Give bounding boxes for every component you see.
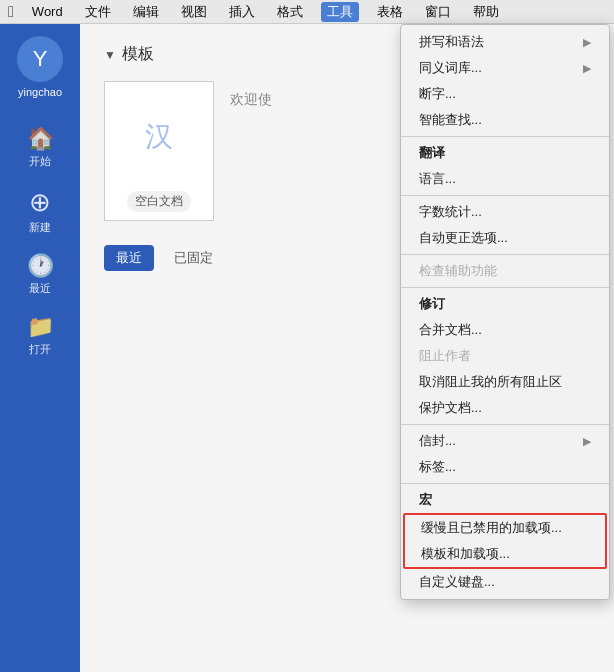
menu-slow-addins[interactable]: 缓慢且已禁用的加载项...: [405, 515, 605, 541]
sidebar-item-open[interactable]: 📁 打开: [0, 304, 80, 365]
open-icon: 📁: [27, 314, 54, 340]
menu-table[interactable]: 表格: [373, 3, 407, 21]
sidebar-username: yingchao: [18, 86, 62, 98]
menu-hyphenation[interactable]: 断字...: [401, 81, 609, 107]
menu-insert[interactable]: 插入: [225, 3, 259, 21]
menu-thesaurus[interactable]: 同义词库... ▶: [401, 55, 609, 81]
blank-template[interactable]: 汉 空白文档: [104, 81, 214, 221]
tab-pinned[interactable]: 已固定: [162, 245, 225, 271]
arrow-icon: ▶: [583, 435, 591, 448]
tab-recent[interactable]: 最近: [104, 245, 154, 271]
menu-format[interactable]: 格式: [273, 3, 307, 21]
menu-language[interactable]: 语言...: [401, 166, 609, 192]
sidebar-label-new: 新建: [29, 220, 51, 235]
arrow-icon: ▶: [583, 36, 591, 49]
menu-track-changes[interactable]: 修订: [401, 291, 609, 317]
sidebar: Y yingchao 🏠 开始 ⊕ 新建 🕐 最近 📁 打开: [0, 24, 80, 672]
menu-bar:  Word 文件 编辑 视图 插入 格式 工具 表格 窗口 帮助: [0, 0, 614, 24]
separator-1: [401, 136, 609, 137]
menu-block-author: 阻止作者: [401, 343, 609, 369]
avatar: Y: [17, 36, 63, 82]
separator-5: [401, 424, 609, 425]
apple-menu-icon[interactable]: : [8, 3, 14, 21]
menu-tools[interactable]: 工具: [321, 2, 359, 22]
template-label: 空白文档: [127, 191, 191, 212]
tools-dropdown-menu: 拼写和语法 ▶ 同义词库... ▶ 断字... 智能查找... 翻译 语言...…: [400, 24, 610, 600]
menu-macro[interactable]: 宏: [401, 487, 609, 513]
menu-word[interactable]: Word: [28, 4, 67, 19]
menu-protect-doc[interactable]: 保护文档...: [401, 395, 609, 421]
menu-smart-search[interactable]: 智能查找...: [401, 107, 609, 133]
highlight-group: 缓慢且已禁用的加载项... 模板和加载项...: [403, 513, 607, 569]
sidebar-label-recent: 最近: [29, 281, 51, 296]
triangle-icon: ▼: [104, 48, 116, 62]
menu-help[interactable]: 帮助: [469, 3, 503, 21]
menu-wordcount[interactable]: 字数统计...: [401, 199, 609, 225]
menu-customize-keyboard[interactable]: 自定义键盘...: [401, 569, 609, 595]
menu-templates-addins[interactable]: 模板和加载项...: [405, 541, 605, 567]
welcome-text: 欢迎使: [230, 91, 272, 109]
template-preview-text: 汉: [145, 118, 173, 156]
sidebar-item-new[interactable]: ⊕ 新建: [0, 177, 80, 243]
separator-3: [401, 254, 609, 255]
separator-6: [401, 483, 609, 484]
menu-envelope[interactable]: 信封... ▶: [401, 428, 609, 454]
menu-autocorrect[interactable]: 自动更正选项...: [401, 225, 609, 251]
new-icon: ⊕: [29, 187, 51, 218]
welcome-area: 欢迎使: [230, 81, 272, 221]
menu-spellcheck[interactable]: 拼写和语法 ▶: [401, 29, 609, 55]
separator-2: [401, 195, 609, 196]
menu-edit[interactable]: 编辑: [129, 3, 163, 21]
sidebar-item-recent[interactable]: 🕐 最近: [0, 243, 80, 304]
menu-file[interactable]: 文件: [81, 3, 115, 21]
recent-icon: 🕐: [27, 253, 54, 279]
menu-translate[interactable]: 翻译: [401, 140, 609, 166]
menu-labels[interactable]: 标签...: [401, 454, 609, 480]
home-icon: 🏠: [27, 126, 54, 152]
menu-unblock-author[interactable]: 取消阻止我的所有阻止区: [401, 369, 609, 395]
sidebar-label-open: 打开: [29, 342, 51, 357]
menu-view[interactable]: 视图: [177, 3, 211, 21]
sidebar-item-home[interactable]: 🏠 开始: [0, 116, 80, 177]
menu-window[interactable]: 窗口: [421, 3, 455, 21]
separator-4: [401, 287, 609, 288]
arrow-icon: ▶: [583, 62, 591, 75]
menu-accessibility: 检查辅助功能: [401, 258, 609, 284]
sidebar-label-home: 开始: [29, 154, 51, 169]
menu-merge-doc[interactable]: 合并文档...: [401, 317, 609, 343]
